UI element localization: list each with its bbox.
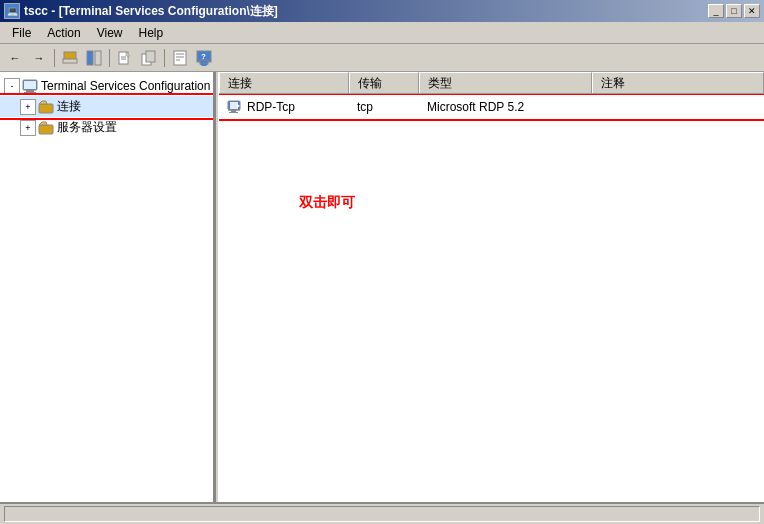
cell-connection: RDP-Tcp [219,99,349,115]
title-bar: 💻 tscc - [Terminal Services Configuratio… [0,0,764,22]
svg-rect-22 [39,104,53,113]
col-header-type[interactable]: 类型 [419,72,592,93]
column-headers: 连接 传输 类型 注释 [219,72,764,94]
status-panel [4,506,760,522]
cell-type: Microsoft RDP 5.2 [419,100,592,114]
title-buttons: _ □ ✕ [708,4,760,18]
toolbar-new[interactable] [114,47,136,69]
toolbar-sep-3 [164,49,165,67]
toolbar-sep-1 [54,49,55,67]
tree-expand-server[interactable]: + [20,120,36,136]
folder-icon-connection [38,99,54,115]
rdp-icon [227,99,243,115]
menu-help[interactable]: Help [131,22,172,43]
svg-rect-25 [230,102,238,109]
col-header-transport[interactable]: 传输 [349,72,419,93]
col-header-comment[interactable]: 注释 [592,72,765,93]
toolbar-properties[interactable] [169,47,191,69]
tree-label-connection: 连接 [57,98,81,115]
svg-rect-10 [174,51,186,65]
svg-rect-3 [95,51,101,65]
tree-label-server: 服务器设置 [57,119,117,136]
col-header-connection[interactable]: 连接 [219,72,349,93]
app-icon: 💻 [4,3,20,19]
menu-action[interactable]: Action [39,22,88,43]
title-text: tscc - [Terminal Services Configuration\… [24,3,278,20]
minimize-button[interactable]: _ [708,4,724,18]
content-rows: RDP-Tcp tcp Microsoft RDP 5.2 双击即可 [219,94,764,502]
content-panel: 连接 传输 类型 注释 [219,72,764,502]
tree-panel: - Terminal Services Configuration + 连接 + [0,72,215,502]
toolbar-up[interactable] [59,47,81,69]
svg-marker-16 [200,64,208,66]
svg-rect-1 [63,59,77,63]
toolbar-back[interactable]: ← [4,47,26,69]
toolbar: ← → [0,44,764,72]
computer-icon [22,78,38,94]
svg-rect-27 [231,110,236,112]
svg-rect-19 [26,90,34,92]
close-button[interactable]: ✕ [744,4,760,18]
tree-expand-connection[interactable]: + [20,99,36,115]
annotation-text: 双击即可 [299,194,355,212]
toolbar-show-hide[interactable] [83,47,105,69]
svg-rect-28 [229,112,238,113]
svg-rect-23 [39,125,53,134]
maximize-button[interactable]: □ [726,4,742,18]
folder-icon-server [38,120,54,136]
toolbar-help[interactable]: ? [193,47,215,69]
status-bar [0,502,764,524]
toolbar-forward[interactable]: → [28,47,50,69]
svg-rect-9 [146,51,155,62]
tree-item-connection[interactable]: + 连接 [0,96,213,117]
svg-rect-20 [24,92,36,93]
tree-expand-root[interactable]: - [4,78,20,94]
menu-view[interactable]: View [89,22,131,43]
tree-item-root[interactable]: - Terminal Services Configuration [0,76,213,96]
toolbar-copy[interactable] [138,47,160,69]
menu-file[interactable]: File [4,22,39,43]
title-bar-left: 💻 tscc - [Terminal Services Configuratio… [4,3,278,20]
menu-bar: File Action View Help [0,22,764,44]
table-row[interactable]: RDP-Tcp tcp Microsoft RDP 5.2 [219,96,764,118]
tree-label-root: Terminal Services Configuration [41,79,210,93]
tree-item-server-settings[interactable]: + 服务器设置 [0,117,213,138]
toolbar-sep-2 [109,49,110,67]
svg-rect-21 [24,81,36,89]
svg-text:?: ? [201,52,206,61]
cell-transport: tcp [349,100,419,114]
main-area: - Terminal Services Configuration + 连接 + [0,72,764,502]
svg-rect-2 [87,51,93,65]
